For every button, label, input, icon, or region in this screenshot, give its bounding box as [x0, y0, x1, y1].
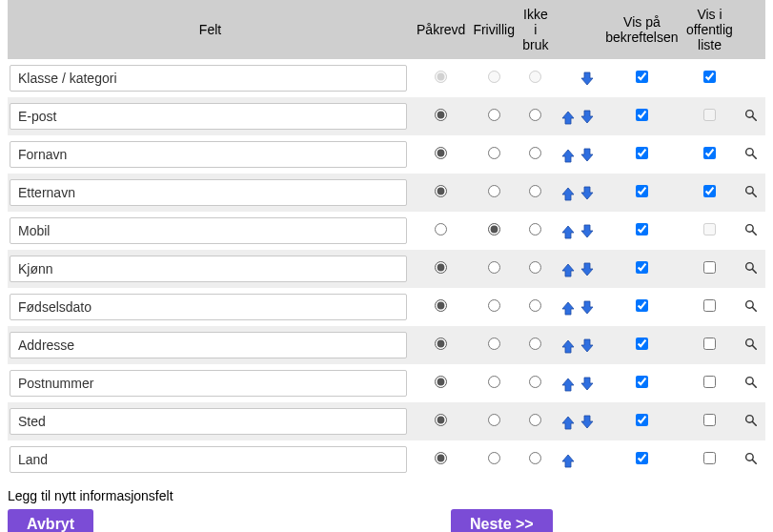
move-up-icon[interactable]: [560, 415, 576, 430]
optional-radio[interactable]: [488, 147, 500, 159]
required-radio[interactable]: [435, 261, 447, 274]
optional-radio[interactable]: [488, 376, 500, 388]
move-up-icon[interactable]: [560, 453, 576, 468]
move-down-icon[interactable]: [580, 148, 595, 163]
magnifier-icon[interactable]: [743, 146, 759, 161]
cancel-button[interactable]: Avbryt: [8, 509, 93, 532]
not-used-radio[interactable]: [529, 414, 541, 426]
move-down-icon[interactable]: [580, 224, 595, 239]
show-confirmation-checkbox[interactable]: [636, 71, 648, 83]
move-up-icon[interactable]: [560, 224, 576, 239]
show-public-checkbox[interactable]: [703, 299, 716, 312]
magnifier-icon[interactable]: [743, 184, 759, 199]
show-confirmation-checkbox[interactable]: [636, 376, 648, 388]
required-radio[interactable]: [435, 376, 447, 388]
magnifier-icon[interactable]: [743, 375, 759, 390]
required-radio[interactable]: [435, 338, 447, 350]
required-radio[interactable]: [435, 414, 447, 426]
not-used-radio[interactable]: [529, 261, 541, 274]
magnifier-icon[interactable]: [743, 451, 759, 466]
reorder-cell: [553, 250, 601, 288]
show-confirmation-checkbox[interactable]: [636, 414, 648, 426]
magnifier-icon[interactable]: [743, 222, 759, 237]
move-down-icon[interactable]: [580, 186, 595, 201]
show-confirmation-checkbox[interactable]: [636, 299, 648, 312]
field-name-input[interactable]: [10, 408, 407, 435]
show-public-checkbox[interactable]: [703, 376, 716, 388]
field-name-input[interactable]: [10, 65, 407, 92]
move-up-icon[interactable]: [560, 338, 576, 354]
move-down-icon[interactable]: [580, 262, 595, 277]
not-used-radio[interactable]: [529, 147, 541, 159]
field-name-input[interactable]: [10, 446, 407, 473]
move-up-icon[interactable]: [560, 110, 576, 125]
optional-radio[interactable]: [488, 261, 500, 274]
move-down-icon[interactable]: [580, 72, 595, 87]
not-used-radio[interactable]: [529, 299, 541, 312]
required-radio[interactable]: [435, 223, 447, 235]
move-up-icon[interactable]: [560, 262, 576, 277]
move-up-icon[interactable]: [560, 186, 576, 201]
magnifier-icon[interactable]: [743, 298, 759, 314]
not-used-radio[interactable]: [529, 452, 541, 464]
move-down-icon[interactable]: [580, 377, 595, 392]
optional-radio[interactable]: [488, 414, 500, 426]
not-used-radio[interactable]: [529, 185, 541, 197]
field-name-input[interactable]: [10, 370, 407, 397]
optional-radio[interactable]: [488, 299, 500, 312]
field-name-input[interactable]: [10, 179, 407, 206]
move-down-icon[interactable]: [580, 110, 595, 125]
show-confirmation-checkbox[interactable]: [636, 147, 648, 159]
field-name-input[interactable]: [10, 332, 407, 358]
show-public-checkbox[interactable]: [703, 261, 716, 274]
not-used-radio[interactable]: [529, 338, 541, 350]
show-public-checkbox[interactable]: [703, 185, 716, 197]
show-public-checkbox[interactable]: [703, 71, 716, 83]
required-radio[interactable]: [435, 109, 447, 121]
move-down-icon[interactable]: [580, 415, 595, 430]
header-felt: Felt: [8, 0, 413, 59]
show-public-checkbox[interactable]: [703, 414, 716, 426]
field-name-input[interactable]: [10, 141, 407, 168]
optional-radio[interactable]: [488, 223, 500, 235]
show-confirmation-checkbox[interactable]: [636, 223, 648, 235]
reorder-cell: [553, 440, 601, 479]
optional-radio[interactable]: [488, 452, 500, 464]
magnifier-icon[interactable]: [743, 413, 759, 428]
move-up-icon[interactable]: [560, 148, 576, 163]
move-up-icon[interactable]: [560, 377, 576, 392]
required-radio[interactable]: [435, 299, 447, 312]
search-cell: [737, 59, 765, 97]
show-confirmation-checkbox[interactable]: [636, 109, 648, 121]
required-radio[interactable]: [435, 185, 447, 197]
show-public-checkbox[interactable]: [703, 147, 716, 159]
field-name-input[interactable]: [10, 103, 407, 130]
move-down-icon[interactable]: [580, 300, 595, 316]
next-button[interactable]: Neste >>: [451, 509, 553, 532]
not-used-radio[interactable]: [529, 223, 541, 235]
show-confirmation-checkbox[interactable]: [636, 185, 648, 197]
show-public-checkbox[interactable]: [703, 452, 716, 464]
field-name-input[interactable]: [10, 294, 407, 320]
table-row: [8, 440, 765, 479]
optional-radio[interactable]: [488, 338, 500, 350]
move-down-icon[interactable]: [580, 338, 595, 354]
magnifier-icon[interactable]: [743, 108, 759, 123]
add-field-link[interactable]: Legg til nytt informasjonsfelt: [8, 488, 173, 503]
optional-radio[interactable]: [488, 185, 500, 197]
show-confirmation-checkbox[interactable]: [636, 338, 648, 350]
required-radio[interactable]: [435, 452, 447, 464]
magnifier-icon[interactable]: [743, 260, 759, 276]
show-public-checkbox[interactable]: [703, 338, 716, 350]
show-public-checkbox-cell: [682, 288, 738, 326]
field-name-input[interactable]: [10, 256, 407, 282]
not-used-radio[interactable]: [529, 109, 541, 121]
required-radio[interactable]: [435, 147, 447, 159]
field-name-input[interactable]: [10, 217, 407, 244]
move-up-icon[interactable]: [560, 300, 576, 316]
show-confirmation-checkbox[interactable]: [636, 452, 648, 464]
magnifier-icon[interactable]: [743, 337, 759, 352]
show-confirmation-checkbox[interactable]: [636, 261, 648, 274]
optional-radio[interactable]: [488, 109, 500, 121]
not-used-radio[interactable]: [529, 376, 541, 388]
